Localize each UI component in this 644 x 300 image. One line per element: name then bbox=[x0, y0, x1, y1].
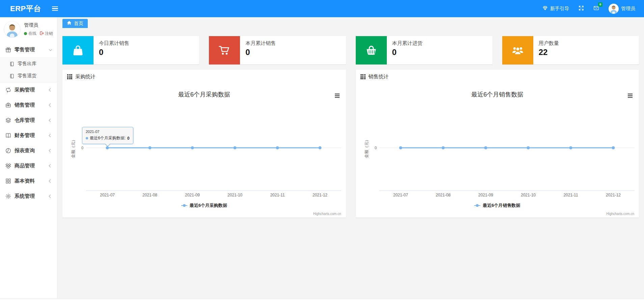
gear-icon bbox=[5, 193, 11, 199]
chevron-left-icon bbox=[49, 180, 52, 183]
panel-title: 销售统计 bbox=[369, 74, 389, 80]
legend-item[interactable]: 最近6个月销售数据 bbox=[356, 202, 639, 209]
sidebar-item-basic-data[interactable]: 基本资料 bbox=[0, 173, 57, 189]
user-name: 管理员 bbox=[24, 22, 53, 28]
y-axis-title: 金额（元） bbox=[364, 138, 369, 158]
stat-card-month-purchase: 本月累计进货 0 bbox=[356, 36, 492, 64]
data-point-marker[interactable] bbox=[484, 146, 487, 149]
data-point-marker[interactable] bbox=[234, 146, 237, 149]
logout-link[interactable]: 注销 bbox=[39, 31, 53, 36]
chevron-left-icon bbox=[49, 119, 52, 122]
sales-chart: 最近6个月销售数据 金额（元） 02021-072021-082021-0920… bbox=[356, 84, 639, 218]
data-point-marker[interactable] bbox=[106, 146, 109, 149]
data-point-marker[interactable] bbox=[441, 146, 445, 149]
sidebar-item-purchase-management[interactable]: 采购管理 bbox=[0, 82, 57, 98]
data-point-marker[interactable] bbox=[569, 146, 572, 149]
messages-button[interactable]: 0 bbox=[593, 5, 599, 12]
y-axis-title: 金额（元） bbox=[71, 138, 76, 158]
sidebar-item-label: 零售出库 bbox=[18, 61, 36, 67]
sidebar-item-sales-management[interactable]: 销售管理 bbox=[0, 98, 57, 113]
panel-header: 采购统计 bbox=[62, 70, 346, 84]
tab-bar: 首页 bbox=[62, 19, 639, 28]
sidebar-item-goods-management[interactable]: 商品管理 bbox=[0, 158, 57, 173]
app-logo[interactable]: ERP平台 bbox=[10, 4, 41, 14]
x-axis-label: 2021-09 bbox=[185, 193, 200, 197]
guide-label: 新手引导 bbox=[550, 6, 569, 12]
legend-marker bbox=[474, 205, 480, 206]
chart-context-menu-button[interactable] bbox=[334, 92, 341, 99]
pie-chart-icon bbox=[5, 148, 11, 154]
sidebar-item-label: 仓库管理 bbox=[15, 117, 35, 124]
data-point-marker[interactable] bbox=[527, 146, 530, 149]
data-point-marker[interactable] bbox=[276, 146, 279, 149]
x-axis-label: 2021-10 bbox=[227, 193, 242, 197]
legend-item[interactable]: 最近6个月采购数据 bbox=[62, 202, 346, 209]
chart-plot-area[interactable]: 02021-072021-082021-092021-102021-112021… bbox=[356, 84, 639, 218]
user-panel: 管理员 在线 注销 bbox=[0, 17, 57, 42]
purchase-stats-panel: 采购统计 最近6个月采购数据 金额（元） 02021-072021-082021… bbox=[62, 70, 346, 218]
sidebar-item-retail-outbound[interactable]: 零售出库 bbox=[0, 58, 57, 70]
sidebar-toggle-button[interactable] bbox=[51, 5, 59, 12]
data-point-marker[interactable] bbox=[191, 146, 194, 149]
stat-value: 22 bbox=[539, 48, 559, 57]
online-status-dot bbox=[24, 32, 27, 35]
layers-icon bbox=[5, 117, 11, 123]
sidebar-item-retail-return[interactable]: 零售退货 bbox=[0, 70, 57, 82]
messages-badge: 0 bbox=[598, 2, 602, 7]
highcharts-credits[interactable]: Highcharts.com.cn bbox=[313, 212, 341, 216]
stat-value: 0 bbox=[392, 48, 423, 57]
sidebar-item-system-management[interactable]: 系统管理 bbox=[0, 189, 57, 204]
guide-link[interactable]: 新手引导 bbox=[542, 5, 569, 12]
tooltip-header: 2021-07 bbox=[86, 130, 130, 134]
avatar bbox=[609, 4, 619, 14]
logout-icon bbox=[39, 31, 44, 36]
panel-title: 采购统计 bbox=[75, 74, 96, 80]
chart-plot-area[interactable]: 02021-072021-082021-092021-102021-112021… bbox=[62, 84, 346, 218]
journal-icon bbox=[9, 61, 15, 66]
th-grid-icon bbox=[67, 74, 72, 79]
sidebar-item-label: 零售退货 bbox=[18, 73, 36, 79]
sidebar-item-warehouse-management[interactable]: 仓库管理 bbox=[0, 113, 57, 128]
chart-context-menu-button[interactable] bbox=[627, 92, 634, 99]
fullscreen-button[interactable] bbox=[579, 5, 584, 12]
x-axis-label: 2021-12 bbox=[606, 193, 620, 197]
highcharts-credits[interactable]: Highcharts.com.cn bbox=[606, 212, 634, 216]
x-axis-label: 2021-07 bbox=[100, 193, 115, 197]
data-point-marker[interactable] bbox=[399, 146, 402, 149]
chevron-left-icon bbox=[49, 195, 52, 198]
stat-value: 0 bbox=[245, 48, 276, 57]
top-navbar: ERP平台 新手引导 0 管理员 bbox=[0, 0, 644, 17]
gem-icon bbox=[542, 5, 548, 12]
briefcase-icon bbox=[5, 102, 11, 108]
sidebar-item-report-query[interactable]: 报表查询 bbox=[0, 143, 57, 158]
user-menu[interactable]: 管理员 bbox=[609, 4, 635, 14]
x-axis-label: 2021-08 bbox=[142, 193, 157, 197]
chevron-down-icon bbox=[49, 48, 52, 51]
data-point-marker[interactable] bbox=[319, 146, 322, 149]
username-label: 管理员 bbox=[621, 6, 635, 12]
stat-label: 本月累计进货 bbox=[392, 40, 423, 47]
th-grid-icon bbox=[360, 74, 366, 79]
x-axis-label: 2021-09 bbox=[478, 193, 493, 197]
sales-stats-panel: 销售统计 最近6个月销售数据 金额（元） 02021-072021-082021… bbox=[356, 70, 639, 218]
gift-icon bbox=[5, 47, 11, 53]
retail-submenu: 零售出库 零售退货 bbox=[0, 57, 57, 82]
shopping-bag-icon bbox=[62, 36, 93, 64]
dropbox-icon bbox=[5, 163, 11, 169]
chart-title: 最近6个月销售数据 bbox=[356, 90, 639, 99]
sidebar-item-label: 基本资料 bbox=[15, 178, 35, 184]
series-marker-dot bbox=[86, 137, 88, 139]
sidebar-item-label: 零售管理 bbox=[15, 47, 35, 53]
data-point-marker[interactable] bbox=[612, 146, 615, 149]
x-axis-label: 2021-11 bbox=[270, 193, 285, 197]
legend-label: 最近6个月采购数据 bbox=[190, 202, 227, 209]
chevron-left-icon bbox=[49, 88, 52, 92]
sidebar-item-finance-management[interactable]: 财务管理 bbox=[0, 128, 57, 143]
grid-icon bbox=[5, 178, 11, 184]
stat-cards-row: 今日累计销售 0 本月累计销售 0 本月累计进货 0 bbox=[62, 36, 639, 64]
data-point-marker[interactable] bbox=[149, 146, 152, 149]
sidebar-item-retail-management[interactable]: 零售管理 bbox=[0, 42, 57, 57]
online-status-label: 在线 bbox=[28, 31, 36, 36]
tooltip-value: 0 bbox=[127, 136, 130, 141]
tab-home[interactable]: 首页 bbox=[62, 19, 88, 28]
